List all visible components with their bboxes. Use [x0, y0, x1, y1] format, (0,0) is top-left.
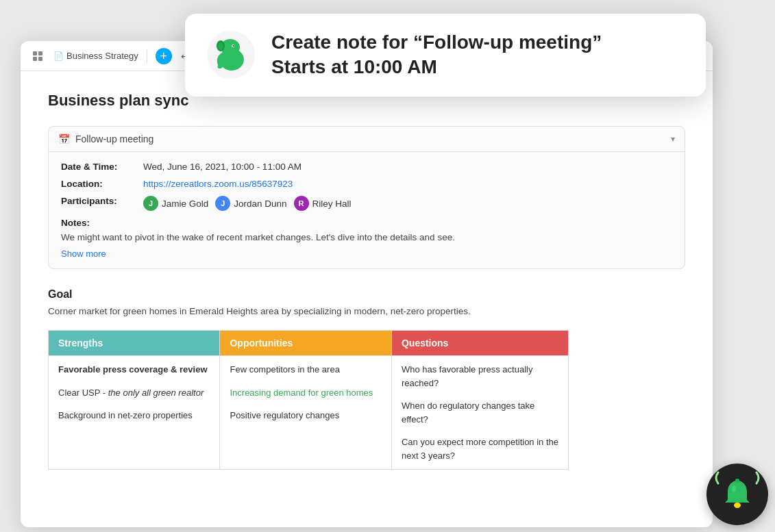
notification-line2: Starts at 10:00 AM: [271, 56, 437, 77]
swot-item: Few competitors in the area: [230, 363, 381, 377]
goal-title: Goal: [48, 288, 685, 301]
svg-point-9: [233, 45, 234, 47]
participant-2: J Jordan Dunn: [215, 196, 286, 211]
collapse-icon[interactable]: ▾: [671, 134, 675, 144]
participant-name-1: Jamie Gold: [162, 199, 208, 209]
notification-title: Create note for “Follow-up meeting” Star…: [271, 30, 684, 80]
strength-cell-1: Favorable press coverage & review Clear …: [49, 356, 220, 470]
svg-rect-0: [33, 51, 37, 55]
meeting-card: 📅 Follow-up meeting ▾ Date & Time: Wed, …: [48, 126, 685, 269]
notes-label: Notes:: [61, 218, 672, 228]
svg-point-10: [219, 43, 223, 50]
sound-wave-left-icon: [711, 471, 722, 485]
header-questions: Questions: [391, 331, 568, 356]
swot-green-link[interactable]: Increasing demand for green homes: [230, 388, 373, 398]
swot-item: Who has favorable press actually reached…: [402, 363, 558, 390]
svg-rect-3: [38, 57, 42, 61]
location-link[interactable]: https://zereatlors.zoom.us/85637923: [143, 179, 293, 189]
calendar-icon: 📅: [58, 134, 70, 144]
participant-name-2: Jordan Dunn: [234, 199, 286, 209]
meeting-card-header[interactable]: 📅 Follow-up meeting ▾: [49, 127, 685, 152]
participant-3: R Riley Hall: [294, 196, 352, 211]
swot-table: Strengths Opportunities Questions Favora…: [48, 330, 569, 470]
opportunities-cell: Few competitors in the area Increasing d…: [220, 356, 391, 470]
participant-name-3: Riley Hall: [312, 199, 352, 209]
notes-section: Notes: We might want to pivot in the wak…: [61, 218, 672, 259]
questions-cell: Who has favorable press actually reached…: [391, 356, 568, 470]
notes-text: We might want to pivot in the wake of re…: [61, 231, 672, 244]
swot-item: Can you expect more competition in the n…: [402, 435, 558, 462]
svg-point-13: [732, 485, 736, 492]
swot-italic-text: the only all green realtor: [108, 388, 204, 398]
participants-list: J Jamie Gold J Jordan Dunn R Riley Hall: [143, 196, 352, 211]
svg-rect-2: [33, 57, 37, 61]
svg-point-12: [734, 503, 741, 508]
notification-text: Create note for “Follow-up meeting” Star…: [271, 30, 684, 80]
table-row: Favorable press coverage & review Clear …: [49, 356, 569, 470]
show-more-link[interactable]: Show more: [61, 249, 106, 259]
svg-rect-1: [38, 51, 42, 55]
location-label: Location:: [61, 179, 143, 189]
location-row: Location: https://zereatlors.zoom.us/856…: [61, 179, 672, 189]
grid-icon[interactable]: [30, 49, 45, 64]
doc-icon: 📄: [53, 51, 64, 61]
avatar-3: R: [294, 196, 309, 211]
date-value: Wed, June 16, 2021, 10:00 - 11:00 AM: [143, 162, 302, 172]
notification-popup: Create note for “Follow-up meeting” Star…: [185, 14, 706, 97]
swot-item: When do regulatory changes take effect?: [402, 399, 558, 426]
meeting-header-left: 📅 Follow-up meeting: [58, 134, 153, 144]
document-tab[interactable]: 📄 Business Strategy: [53, 51, 138, 61]
bell-icon-wrap: [719, 477, 755, 512]
notification-line1: Create note for “Follow-up meeting”: [271, 31, 602, 53]
goal-text: Corner market for green homes in Emerald…: [48, 306, 685, 316]
header-opportunities: Opportunities: [220, 331, 391, 356]
swot-text: Favorable press coverage & review: [58, 364, 208, 375]
tab-title: Business Strategy: [66, 51, 138, 61]
separator-1: [147, 49, 147, 63]
swot-item: Favorable press coverage & review: [58, 363, 210, 377]
bell-badge[interactable]: [706, 464, 768, 525]
add-button[interactable]: +: [156, 48, 172, 64]
header-strengths: Strengths: [49, 331, 220, 356]
participants-row: Participants: J Jamie Gold J Jordan Dunn…: [61, 196, 672, 211]
meeting-title: Follow-up meeting: [75, 134, 153, 144]
editor-window: 📄 Business Strategy + ↩ ↪ Normal Text ▾ …: [21, 41, 713, 527]
swot-item: Increasing demand for green homes: [230, 386, 381, 400]
avatar-1: J: [143, 196, 158, 211]
meeting-card-body: Date & Time: Wed, June 16, 2021, 10:00 -…: [49, 152, 685, 268]
participants-label: Participants:: [61, 196, 143, 211]
swot-item: Positive regulatory changes: [230, 409, 381, 422]
participant-1: J Jamie Gold: [143, 196, 208, 211]
swot-item: Clear USP - the only all green realtor: [58, 386, 210, 400]
bell-icon: [719, 477, 755, 512]
sound-wave-right-icon: [752, 471, 763, 485]
date-label: Date & Time:: [61, 162, 143, 172]
date-row: Date & Time: Wed, June 16, 2021, 10:00 -…: [61, 162, 672, 172]
swot-item: Background in net-zero properties: [58, 409, 210, 422]
avatar-2: J: [215, 196, 230, 211]
evernote-logo: [207, 31, 255, 79]
doc-content: Business plan sync 📅 Follow-up meeting ▾…: [21, 71, 713, 527]
svg-point-11: [735, 479, 739, 483]
